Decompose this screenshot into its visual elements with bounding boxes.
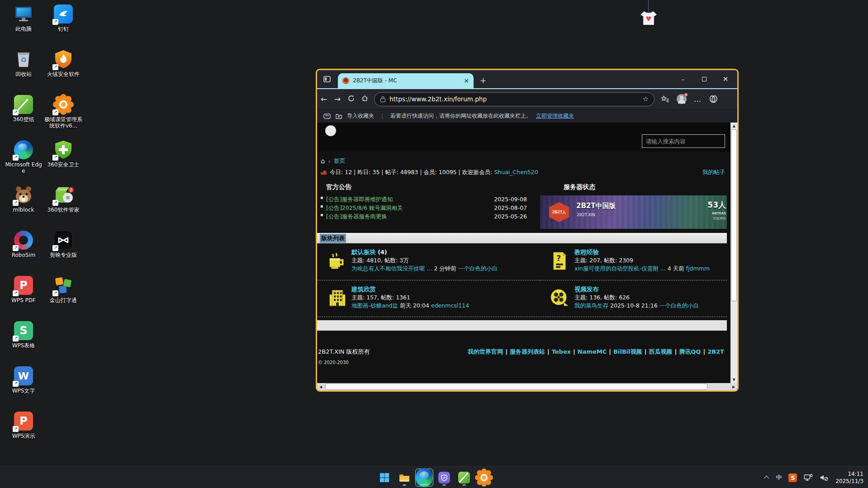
server-banner[interactable]: 2B2T人 2B2T中国版 2B2T.XIN 53人 NETEAS 社区评分	[540, 195, 727, 229]
taskbar-jiyu-classroom-icon[interactable]	[475, 469, 493, 487]
footer-link[interactable]: 我的世界官网	[468, 348, 503, 355]
close-button[interactable]: ✕	[718, 74, 733, 85]
taskbar-start-icon[interactable]	[375, 469, 394, 487]
profile-avatar[interactable]	[677, 94, 687, 104]
favorites-list-icon[interactable]	[661, 95, 669, 103]
server-status-title: 服务器状态	[540, 183, 727, 191]
desktop-icon-jiyu-classroom[interactable]: ↗极域课堂管理系统软件v6...	[44, 93, 82, 138]
desktop-icon-robosim[interactable]: ↗RoboSim	[5, 229, 43, 274]
search-input[interactable]	[642, 134, 725, 148]
maximize-button[interactable]	[697, 74, 711, 85]
settings-more-icon[interactable]: …	[694, 95, 702, 104]
hidden-icons-chevron-icon[interactable]	[764, 476, 769, 481]
clock[interactable]: 14:11 2025/11/3	[835, 470, 863, 485]
tab-actions-icon[interactable]	[323, 75, 332, 84]
home-icon[interactable]	[358, 95, 371, 104]
forum-title-link[interactable]: 视频发布	[574, 285, 599, 293]
volume-muted-icon[interactable]	[820, 474, 829, 482]
shortcut-arrow-icon: ↗	[52, 290, 58, 296]
shortcut-arrow-icon: ↗	[52, 155, 58, 161]
manage-favorites-link[interactable]: 立即管理收藏夹	[536, 112, 574, 120]
desktop-icon-edge[interactable]: ↗Microsoft Edge	[5, 138, 43, 184]
desktop-icon-huorong[interactable]: ↗火绒安全软件	[44, 48, 82, 93]
my-posts-link[interactable]: 我的帖子	[702, 169, 725, 176]
desktop-icon-wps-ppt[interactable]: P↗WPS演示	[5, 410, 43, 455]
desktop-icon-mlblock[interactable]: ↗mlblock	[5, 184, 43, 229]
last-post-link[interactable]: xin服可使用的自动空投机-仅需附 ...	[574, 265, 666, 272]
desktop-icon-label: 极域课堂管理系统软件v6...	[44, 117, 82, 129]
desktop-icon-recycle-bin[interactable]: ♻回收站	[5, 48, 43, 93]
scroll-down-icon[interactable]: ▼	[730, 376, 737, 383]
new-member-link[interactable]: Shuai_Chen520	[494, 169, 538, 175]
announcement-link[interactable]: [公告]服务器即将维护通知	[326, 196, 393, 203]
favorites-bar-icon[interactable]	[323, 113, 331, 119]
footer-link[interactable]: BilBil视频	[613, 348, 642, 355]
footer-link[interactable]: NameMC	[578, 348, 607, 355]
home-breadcrumb-icon[interactable]: ⌂	[321, 157, 325, 165]
footer-link[interactable]: 西瓜视频	[649, 348, 673, 355]
last-post-link[interactable]: 为啥总有人不相信我没开挂呢 ...	[351, 265, 432, 272]
forum-title-link[interactable]: 默认板块	[351, 248, 376, 256]
last-post-user-link[interactable]: fjdmmm	[686, 265, 710, 272]
desktop-icon-wps-writer[interactable]: W↗WPS文字	[5, 365, 43, 410]
address-bar[interactable]: ☆	[374, 92, 655, 106]
safe-360-icon: ↗	[53, 139, 74, 160]
desktop-icon-wps-sheet[interactable]: S↗WPS表格	[5, 319, 43, 365]
last-post-link[interactable]: 地图画-砂糖and盐	[351, 302, 398, 309]
new-tab-icon[interactable]: +	[480, 77, 486, 85]
footer-link[interactable]: Tebex	[552, 348, 571, 355]
taskbar-file-explorer-icon[interactable]	[395, 469, 413, 487]
desktop-icon-wps-pdf[interactable]: P↗WPS PDF	[5, 274, 43, 319]
back-icon[interactable]: ←	[317, 95, 331, 104]
taskbar-shield-purple-icon[interactable]	[435, 469, 453, 487]
desktop-icon-wallpaper-360[interactable]: ↗360壁纸	[5, 93, 43, 138]
desktop-icon-kingsoft-typing[interactable]: ↗金山打字通	[44, 274, 82, 319]
forward-icon[interactable]: →	[331, 95, 344, 104]
vertical-scrollbar[interactable]: ▲ ▼	[730, 123, 737, 383]
last-post-user-link[interactable]: 一个白色的小白	[458, 265, 498, 272]
shortcut-arrow-icon: ↗	[52, 64, 58, 70]
scroll-right-icon[interactable]: ▶	[730, 385, 737, 389]
last-post-user-link[interactable]: 一个白色的小白	[659, 302, 699, 309]
tab-close-icon[interactable]: ✕	[464, 77, 469, 85]
import-favorites-label[interactable]: 导入收藏夹	[347, 112, 374, 120]
last-post-link[interactable]: 我的菜鸟生存	[574, 302, 608, 309]
desktop-icon-dingtalk[interactable]: ↗钉钉	[44, 3, 82, 48]
taskbar-wallpaper-360-icon[interactable]	[455, 469, 473, 487]
forum-stats: 主题: 207, 帖数: 2309	[574, 256, 710, 265]
scroll-left-icon[interactable]: ◀	[317, 385, 324, 389]
ime-indicator[interactable]: 中	[776, 474, 782, 482]
desktop-icon-capcut[interactable]: ↗剪映专业版	[44, 229, 82, 274]
footer-link[interactable]: 腾讯QQ	[679, 348, 701, 355]
breadcrumb-home-link[interactable]: 首页	[334, 157, 346, 165]
browser-tab[interactable]: 2B2T中国版 - MC ✕	[338, 73, 474, 88]
sogou-input-icon[interactable]: S	[788, 474, 797, 482]
footer-link[interactable]: 服务器列表站	[510, 348, 545, 355]
add-favorite-star-icon[interactable]: ☆	[643, 95, 649, 103]
favbar-hint: 若要进行快速访问，请将你的网址收藏放在此收藏夹栏上。	[390, 112, 531, 120]
vertical-scroll-thumb[interactable]	[731, 129, 737, 301]
running-indicator	[442, 484, 446, 486]
announcement-link[interactable]: [公告]2025/8/6 账号漏洞相关	[326, 204, 403, 211]
desktop-icon-soft-360[interactable]: 2↗360软件管家	[44, 184, 82, 229]
refresh-icon[interactable]	[344, 95, 358, 104]
shortcut-arrow-icon: ↗	[13, 336, 19, 341]
scroll-up-icon[interactable]: ▲	[730, 123, 737, 129]
taskbar-edge-icon[interactable]	[415, 469, 433, 487]
last-post-user-link[interactable]: edenmcsl114	[431, 302, 469, 309]
horizontal-scroll-thumb[interactable]	[325, 384, 707, 390]
taskbar: 中 S 14:11 2025/11/3	[0, 466, 868, 488]
horizontal-scrollbar[interactable]: ◀ ▶	[317, 383, 737, 390]
import-favorites-icon[interactable]	[335, 113, 342, 119]
minimize-button[interactable]: –	[676, 74, 690, 85]
desktop-icon-safe-360[interactable]: ↗360安全卫士	[44, 138, 82, 184]
url-input[interactable]	[389, 95, 639, 103]
copilot-icon[interactable]	[709, 95, 718, 103]
site-logo[interactable]	[325, 125, 336, 136]
network-icon[interactable]	[804, 474, 813, 482]
footer-link[interactable]: 2B2T	[707, 348, 724, 355]
forum-title-link[interactable]: 建筑欣赏	[351, 285, 376, 293]
announcement-link[interactable]: [公告]服务器服务商更换	[326, 213, 387, 220]
desktop-icon-this-pc[interactable]: 此电脑	[5, 3, 43, 48]
forum-title-link[interactable]: 教程经验	[574, 248, 599, 256]
